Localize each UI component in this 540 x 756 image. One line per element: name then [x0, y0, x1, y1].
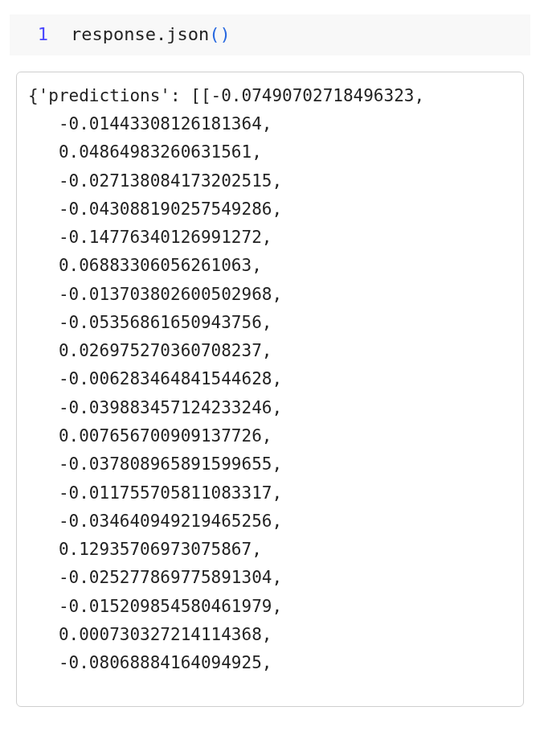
- code-method: json: [166, 24, 209, 44]
- output-line: {'predictions': [[-0.07490702718496323,: [28, 86, 424, 105]
- output-line: 0.06883306056261063,: [28, 256, 262, 275]
- code-dot: .: [156, 24, 166, 44]
- resize-handle-icon[interactable]: [505, 688, 521, 704]
- output-line: -0.006283464841544628,: [28, 369, 282, 388]
- output-line: 0.007656700909137726,: [28, 426, 272, 446]
- output-line: 0.04864983260631561,: [28, 142, 262, 162]
- code-paren-open: (: [209, 24, 219, 44]
- output-line: 0.12935706973075867,: [28, 540, 262, 559]
- output-line: 0.026975270360708237,: [28, 341, 272, 360]
- output-line: -0.037808965891599655,: [28, 454, 282, 474]
- output-line: -0.027138084173202515,: [28, 171, 282, 191]
- output-line: -0.14776340126991272,: [28, 228, 272, 247]
- output-line: -0.013703802600502968,: [28, 285, 282, 304]
- code-object: response: [71, 24, 156, 44]
- output-line: 0.000730327214114368,: [28, 625, 272, 644]
- output-line: -0.034640949219465256,: [28, 512, 282, 531]
- output-line: -0.01443308126181364,: [28, 114, 272, 134]
- code-line: response.json(): [71, 23, 231, 47]
- code-paren-close: ): [219, 24, 230, 44]
- output-line: -0.08068884164094925,: [28, 653, 272, 672]
- output-line: -0.05356861650943756,: [28, 313, 272, 332]
- output-line: -0.011755705811083317,: [28, 483, 282, 503]
- output-line: -0.043088190257549286,: [28, 199, 282, 219]
- output-line: -0.015209854580461979,: [28, 597, 282, 616]
- output-line: -0.039883457124233246,: [28, 398, 282, 417]
- line-number: 1: [22, 23, 71, 47]
- code-cell: 1 response.json(): [10, 14, 530, 55]
- output-line: -0.025277869775891304,: [28, 568, 282, 587]
- output-cell[interactable]: {'predictions': [[-0.07490702718496323, …: [16, 72, 524, 707]
